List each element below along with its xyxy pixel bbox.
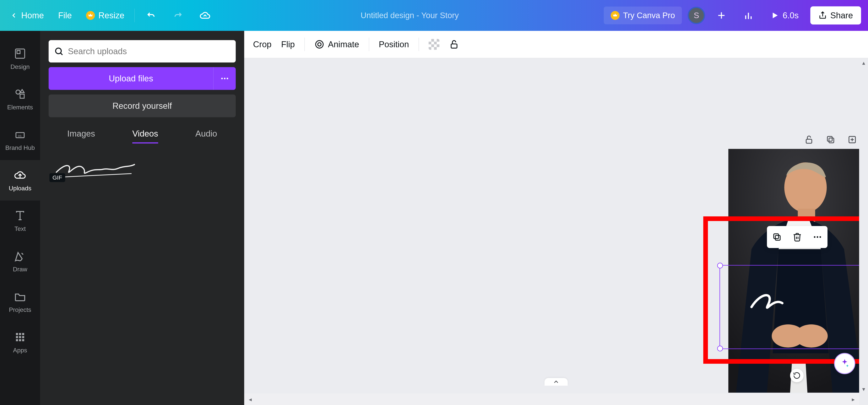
add-member-button[interactable] <box>711 5 732 26</box>
search-uploads[interactable] <box>49 40 236 62</box>
undo-button[interactable] <box>141 5 162 26</box>
svg-rect-23 <box>16 339 18 341</box>
svg-line-27 <box>61 53 62 55</box>
horizontal-scrollbar[interactable]: ◂ ▸ <box>244 394 859 405</box>
svg-rect-36 <box>827 136 832 141</box>
cloud-sync-icon[interactable] <box>194 5 216 26</box>
folder-icon <box>14 290 26 303</box>
rail-design-label: Design <box>10 63 30 70</box>
delete-element-button[interactable] <box>792 231 803 242</box>
duplicate-page-button[interactable] <box>825 134 836 145</box>
flip-label: Flip <box>281 39 295 49</box>
home-button[interactable]: Home <box>6 9 48 22</box>
divider <box>304 38 305 51</box>
search-input[interactable] <box>68 46 232 56</box>
svg-rect-18 <box>19 333 21 335</box>
svg-point-9 <box>16 90 20 94</box>
svg-point-26 <box>56 48 61 54</box>
resize-handle-tl[interactable] <box>717 263 723 269</box>
search-icon <box>54 46 64 56</box>
tab-audio[interactable]: Audio <box>195 129 217 144</box>
svg-rect-33 <box>451 44 457 48</box>
gif-badge: GIF <box>50 173 65 182</box>
rotate-handle[interactable] <box>790 369 804 382</box>
rail-text[interactable]: Text <box>0 200 40 241</box>
resize-button[interactable]: Resize <box>82 9 129 22</box>
chevron-left-icon <box>10 11 18 19</box>
file-menu[interactable]: File <box>54 9 76 22</box>
upload-more-button[interactable] <box>213 67 236 90</box>
crown-icon <box>611 11 620 20</box>
crop-button[interactable]: Crop <box>253 39 271 49</box>
context-toolbar: Crop Flip Animate Position <box>244 31 868 58</box>
work-area[interactable]: + Add page <box>244 58 868 394</box>
record-yourself-label: Record yourself <box>113 101 172 111</box>
scroll-up-arrow[interactable]: ▴ <box>859 58 868 67</box>
rail-brand-label: Brand Hub <box>5 144 35 151</box>
animate-button[interactable]: Animate <box>314 39 359 50</box>
scroll-left-arrow[interactable]: ◂ <box>246 395 255 404</box>
duplicate-element-button[interactable] <box>772 231 782 242</box>
rail-apps[interactable]: Apps <box>0 322 40 363</box>
tab-images-label: Images <box>67 129 95 138</box>
selection-box[interactable] <box>719 265 868 349</box>
share-label: Share <box>830 10 853 20</box>
rail-uploads-label: Uploads <box>9 185 31 192</box>
svg-rect-19 <box>22 333 24 335</box>
present-button[interactable]: 6.0s <box>765 5 804 26</box>
svg-point-32 <box>318 42 321 46</box>
record-yourself-button[interactable]: Record yourself <box>49 94 236 117</box>
svg-marker-5 <box>773 12 778 18</box>
crown-icon <box>86 11 95 20</box>
try-pro-button[interactable]: Try Canva Pro <box>604 6 682 24</box>
rail-uploads[interactable]: Uploads <box>0 160 40 200</box>
upload-item[interactable]: GIF <box>49 154 141 183</box>
element-floating-toolbar <box>767 226 828 248</box>
uploads-grid: GIF <box>49 154 236 183</box>
tab-videos[interactable]: Videos <box>132 129 158 144</box>
animate-label: Animate <box>328 39 359 49</box>
home-label: Home <box>21 10 44 20</box>
vertical-scrollbar[interactable]: ▴ ▾ <box>859 58 868 394</box>
scroll-right-arrow[interactable]: ▸ <box>849 395 858 404</box>
top-bar: Home File Resize Untitled design - Your … <box>0 0 868 31</box>
tab-audio-label: Audio <box>195 129 217 138</box>
rail-text-label: Text <box>14 225 26 232</box>
rail-apps-label: Apps <box>13 347 27 354</box>
rail-design[interactable]: Design <box>0 38 40 79</box>
tab-images[interactable]: Images <box>67 129 95 144</box>
transparency-button[interactable] <box>429 39 439 50</box>
rail-elements[interactable]: Elements <box>0 79 40 120</box>
lock-page-button[interactable] <box>804 134 814 145</box>
duplicate-icon <box>826 135 835 145</box>
redo-button[interactable] <box>167 5 189 26</box>
svg-point-30 <box>227 78 228 79</box>
sparkle-icon <box>839 358 850 369</box>
svg-point-29 <box>224 78 225 79</box>
insights-button[interactable] <box>738 5 759 26</box>
position-button[interactable]: Position <box>379 39 409 49</box>
assistant-fab[interactable] <box>834 353 855 374</box>
divider <box>369 38 369 51</box>
svg-point-31 <box>316 41 323 48</box>
upload-files-button[interactable]: Upload files <box>49 67 213 90</box>
resize-handle-bl[interactable] <box>717 346 723 351</box>
rail-projects[interactable]: Projects <box>0 282 40 322</box>
more-element-button[interactable] <box>812 231 823 242</box>
add-page-icon-button[interactable] <box>847 134 858 145</box>
footer-expand-handle[interactable] <box>545 378 568 386</box>
lock-button[interactable] <box>449 39 459 50</box>
uploads-tabs: Images Videos Audio <box>49 129 236 144</box>
rail-draw[interactable]: Draw <box>0 241 40 282</box>
user-avatar[interactable]: S <box>688 7 705 24</box>
more-icon <box>813 232 822 242</box>
scroll-down-arrow[interactable]: ▾ <box>859 384 868 394</box>
rail-brand-hub[interactable]: co. Brand Hub <box>0 120 40 160</box>
share-button[interactable]: Share <box>810 6 861 25</box>
add-page-icon <box>847 135 857 145</box>
flip-button[interactable]: Flip <box>281 39 295 49</box>
document-title[interactable]: Untitled design - Your Story <box>361 11 459 20</box>
svg-rect-8 <box>17 51 20 54</box>
rail-elements-label: Elements <box>7 104 33 111</box>
resize-label: Resize <box>98 10 124 20</box>
